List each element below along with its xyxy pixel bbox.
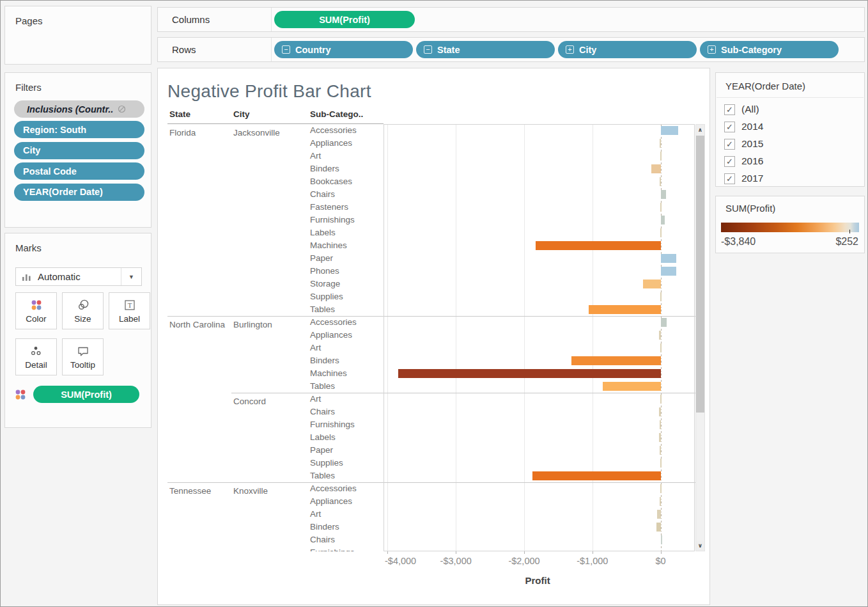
profit-bar-concord-tables[interactable] [532,471,660,480]
profit-bar-knoxville-chairs[interactable] [661,535,662,544]
subcategory-label[interactable]: Furnishings [310,418,382,431]
profit-bar-jacksonville-appliances[interactable] [660,139,661,148]
profit-bar-burlington-accessories[interactable] [661,318,667,327]
rows-pill-sub-category[interactable]: +Sub-Category [700,41,839,58]
profit-bar-concord-supplies[interactable] [660,459,662,468]
filter-pill-postal-code[interactable]: Postal Code [14,162,144,180]
profit-bar-burlington-binders[interactable] [571,356,661,365]
subcategory-label[interactable]: Supplies [310,457,382,469]
profit-bar-jacksonville-tables[interactable] [589,305,660,314]
subcategory-label[interactable]: Labels [310,226,382,239]
expand-icon[interactable]: + [708,45,716,54]
column-header-state[interactable]: State [169,109,190,119]
checkbox-icon[interactable]: ✓ [724,139,735,150]
checkbox-icon[interactable]: ✓ [724,156,735,167]
collapse-icon[interactable]: − [424,45,432,54]
subcategory-label[interactable]: Chairs [310,188,382,201]
rows-pill-country[interactable]: −Country [274,41,413,58]
subcategory-label[interactable]: Bookcases [310,175,382,188]
profit-bar-knoxville-appliances[interactable] [660,497,661,506]
subcategory-label[interactable]: Tables [310,303,382,316]
detail-button[interactable]: Detail [15,338,57,375]
profit-bar-knoxville-accessories[interactable] [660,484,662,493]
profit-bar-jacksonville-phones[interactable] [661,267,676,276]
column-header-subcatego[interactable]: Sub-Catego.. [310,109,363,119]
subcategory-label[interactable]: Appliances [310,329,382,342]
city-label[interactable]: Jacksonville [233,127,304,139]
profit-bar-concord-labels[interactable] [659,433,661,442]
subcategory-label[interactable]: Tables [310,469,382,482]
expand-icon[interactable]: + [566,45,574,54]
profit-bar-concord-chairs[interactable] [659,407,661,416]
subcategory-label[interactable]: Art [310,342,382,354]
city-label[interactable]: Burlington [233,319,304,331]
subcategory-label[interactable]: Supplies [310,290,382,303]
profit-bar-burlington-appliances[interactable] [659,331,660,340]
subcategory-label[interactable]: Labels [310,431,382,444]
subcategory-label[interactable]: Machines [310,367,382,380]
scroll-down-button[interactable]: ∨ [696,540,704,551]
profit-bar-jacksonville-furnishings[interactable] [661,216,665,225]
mark-type-dropdown[interactable]: Automatic ▼ [15,267,142,286]
subcategory-label[interactable]: Furnishings [310,546,382,551]
checkbox-icon[interactable]: ✓ [724,104,735,115]
tooltip-button[interactable]: Tooltip [62,338,104,375]
subcategory-label[interactable]: Accessories [310,316,382,329]
subcategory-label[interactable]: Chairs [310,406,382,418]
profit-bar-jacksonville-storage[interactable] [643,280,661,288]
subcategory-label[interactable]: Accessories [310,482,382,495]
subcategory-label[interactable]: Binders [310,162,382,175]
color-gradient-bar[interactable] [721,223,859,232]
subcategory-label[interactable]: Paper [310,252,382,265]
year-option-2015[interactable]: ✓2015 [724,137,763,151]
year-option-all[interactable]: ✓(All) [724,102,759,116]
subcategory-label[interactable]: Binders [310,354,382,367]
subcategory-label[interactable]: Art [310,508,382,521]
filter-pill-year-order-date[interactable]: YEAR(Order Date) [14,184,144,201]
size-button[interactable]: Size [62,292,104,329]
state-label[interactable]: North Carolina [169,319,228,331]
profit-bar-concord-paper[interactable] [660,446,661,455]
state-label[interactable]: Tennessee [169,485,228,497]
state-label[interactable]: Florida [169,127,228,139]
subcategory-label[interactable]: Furnishings [310,214,382,226]
checkbox-icon[interactable]: ✓ [724,173,735,184]
subcategory-label[interactable]: Appliances [310,137,382,150]
profit-bar-knoxville-art[interactable] [657,510,661,519]
year-option-2016[interactable]: ✓2016 [724,154,763,168]
profit-bar-jacksonville-machines[interactable] [536,241,660,250]
year-option-2014[interactable]: ✓2014 [724,120,763,134]
subcategory-label[interactable]: Phones [310,265,382,278]
chevron-down-icon[interactable]: ▼ [121,268,141,285]
label-button[interactable]: TLabel [109,292,150,329]
subcategory-label[interactable]: Appliances [310,495,382,508]
subcategory-label[interactable]: Binders [310,521,382,533]
profit-bar-jacksonville-paper[interactable] [661,254,676,263]
profit-bar-burlington-art[interactable] [660,343,662,352]
subcategory-label[interactable]: Art [310,393,382,406]
columns-pill-sum-profit-[interactable]: SUM(Profit) [274,11,415,28]
profit-bar-jacksonville-supplies[interactable] [660,292,662,301]
profit-bar-burlington-tables[interactable] [603,382,661,391]
profit-bar-jacksonville-chairs[interactable] [661,190,666,199]
color-button[interactable]: Color [15,292,57,329]
profit-bar-jacksonville-bookcases[interactable] [660,177,661,186]
city-label[interactable]: Concord [233,396,304,407]
rows-pill-state[interactable]: −State [416,41,555,58]
subcategory-label[interactable]: Fasteners [310,201,382,214]
profit-bar-jacksonville-labels[interactable] [660,228,662,237]
pages-shelf[interactable]: Pages [4,6,151,65]
checkbox-icon[interactable]: ✓ [724,122,735,132]
scrollbar-thumb[interactable] [696,136,704,413]
profit-bar-jacksonville-fasteners[interactable] [660,203,662,212]
scroll-up-button[interactable]: ∧ [696,125,704,135]
subcategory-label[interactable]: Accessories [310,124,382,137]
subcategory-label[interactable]: Art [310,150,382,162]
filter-pill-city[interactable]: City [14,142,144,159]
filter-pill-region-south[interactable]: Region: South [14,121,144,138]
rows-pill-city[interactable]: +City [558,41,697,58]
subcategory-label[interactable]: Tables [310,380,382,393]
profit-bar-jacksonville-accessories[interactable] [661,126,678,135]
subcategory-label[interactable]: Chairs [310,533,382,546]
subcategory-label[interactable]: Storage [310,278,382,290]
